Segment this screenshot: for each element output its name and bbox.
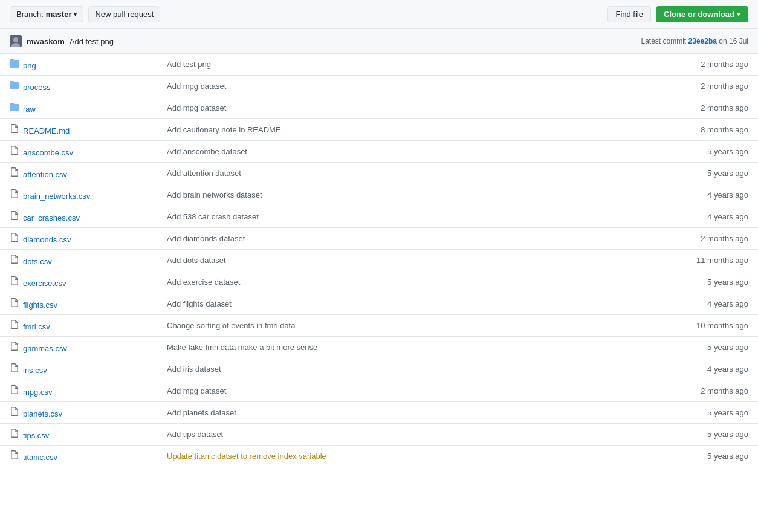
folder-icon: [10, 80, 19, 90]
file-icon: [10, 124, 19, 134]
file-link[interactable]: png: [23, 61, 36, 70]
file-name-cell: anscombe.csv: [0, 141, 157, 163]
file-link[interactable]: iris.csv: [23, 366, 47, 375]
file-name-cell: attention.csv: [0, 163, 157, 184]
avatar: [10, 35, 22, 47]
file-icon: [10, 385, 19, 395]
branch-label: Branch:: [16, 10, 44, 19]
file-name-cell: dots.csv: [0, 250, 157, 271]
file-link[interactable]: diamonds.csv: [23, 235, 71, 244]
file-name-cell: titanic.csv: [0, 446, 157, 467]
table-row: titanic.csvUpdate titanic datset to remo…: [0, 446, 758, 467]
timestamp-cell: 5 years ago: [673, 446, 758, 467]
clone-chevron-icon: ▾: [737, 10, 740, 18]
file-name-cell: diamonds.csv: [0, 228, 157, 250]
clone-download-button[interactable]: Clone or download ▾: [656, 6, 748, 22]
table-row: processAdd mpg dataset2 months ago: [0, 76, 758, 97]
file-icon: [10, 167, 19, 177]
timestamp-cell: 11 months ago: [673, 250, 758, 271]
file-icon: [10, 276, 19, 286]
table-row: pngAdd test png2 months ago: [0, 54, 758, 76]
file-link[interactable]: raw: [23, 105, 36, 114]
file-name-cell: README.md: [0, 119, 157, 141]
commit-sha[interactable]: 23ee2ba: [688, 37, 717, 45]
file-link[interactable]: exercise.csv: [23, 279, 66, 288]
commit-message-cell: Add dots dataset: [157, 250, 673, 271]
file-link[interactable]: dots.csv: [23, 257, 52, 266]
file-name-cell: fmri.csv: [0, 315, 157, 337]
table-row: planets.csvAdd planets dataset5 years ag…: [0, 402, 758, 424]
table-row: diamonds.csvAdd diamonds dataset2 months…: [0, 228, 758, 250]
toolbar: Branch: master ▾ New pull request Find f…: [0, 0, 758, 29]
timestamp-cell: 2 months ago: [673, 54, 758, 76]
file-link[interactable]: attention.csv: [23, 170, 67, 179]
file-link[interactable]: anscombe.csv: [23, 148, 73, 157]
file-link[interactable]: brain_networks.csv: [23, 192, 90, 201]
commit-message-cell: Add iris dataset: [157, 358, 673, 380]
branch-selector[interactable]: Branch: master ▾: [10, 6, 83, 22]
file-link[interactable]: flights.csv: [23, 300, 57, 310]
file-link[interactable]: titanic.csv: [23, 453, 57, 462]
table-row: attention.csvAdd attention dataset5 year…: [0, 163, 758, 184]
file-name-cell: raw: [0, 97, 157, 119]
commit-message-cell: Add brain networks dataset: [157, 184, 673, 206]
file-name-cell: exercise.csv: [0, 271, 157, 293]
table-row: flights.csvAdd flights dataset4 years ag…: [0, 293, 758, 315]
file-link[interactable]: README.md: [23, 126, 70, 135]
commit-message-cell: Add flights dataset: [157, 293, 673, 315]
new-pull-request-button[interactable]: New pull request: [88, 6, 160, 22]
timestamp-cell: 5 years ago: [673, 424, 758, 446]
file-name-cell: flights.csv: [0, 293, 157, 315]
commit-date: 16 Jul: [729, 37, 748, 45]
commit-message-cell: Add exercise dataset: [157, 271, 673, 293]
timestamp-cell: 4 years ago: [673, 206, 758, 228]
file-name-cell: car_crashes.csv: [0, 206, 157, 228]
timestamp-cell: 2 months ago: [673, 97, 758, 119]
timestamp-cell: 5 years ago: [673, 271, 758, 293]
commit-message-cell: Add tips dataset: [157, 424, 673, 446]
toolbar-right: Find file Clone or download ▾: [607, 6, 748, 22]
file-table: pngAdd test png2 months agoprocessAdd mp…: [0, 54, 758, 467]
file-name-cell: process: [0, 76, 157, 97]
file-link[interactable]: process: [23, 83, 51, 92]
file-link[interactable]: tips.csv: [23, 431, 49, 440]
timestamp-cell: 4 years ago: [673, 358, 758, 380]
file-name-cell: png: [0, 54, 157, 76]
commit-message-cell: Add cautionary note in README.: [157, 119, 673, 141]
branch-name: master: [46, 10, 72, 19]
file-icon: [10, 320, 19, 329]
file-icon: [10, 233, 19, 242]
table-row: iris.csvAdd iris dataset4 years ago: [0, 358, 758, 380]
table-row: dots.csvAdd dots dataset11 months ago: [0, 250, 758, 271]
file-link[interactable]: fmri.csv: [23, 322, 50, 331]
find-file-button[interactable]: Find file: [607, 6, 651, 22]
file-name-cell: iris.csv: [0, 358, 157, 380]
commit-message-cell: Add 538 car crash dataset: [157, 206, 673, 228]
commit-message-cell: Make fake fmri data make a bit more sens…: [157, 337, 673, 358]
commit-message-cell: Update titanic datset to remove index va…: [157, 446, 673, 467]
file-icon: [10, 450, 19, 460]
commit-message-cell: Add attention dataset: [157, 163, 673, 184]
timestamp-cell: 5 years ago: [673, 141, 758, 163]
commit-bar: mwaskom Add test png Latest commit 23ee2…: [0, 29, 758, 54]
file-name-cell: tips.csv: [0, 424, 157, 446]
commit-message: Add test png: [70, 37, 637, 46]
timestamp-cell: 2 months ago: [673, 76, 758, 97]
timestamp-cell: 8 months ago: [673, 119, 758, 141]
commit-author[interactable]: mwaskom: [27, 37, 65, 46]
file-icon: [10, 342, 19, 351]
file-link[interactable]: car_crashes.csv: [23, 213, 80, 222]
table-row: gammas.csvMake fake fmri data make a bit…: [0, 337, 758, 358]
table-row: fmri.csvChange sorting of events in fmri…: [0, 315, 758, 337]
file-icon: [10, 255, 19, 264]
commit-message-cell: Add mpg dataset: [157, 380, 673, 402]
commit-message-cell: Add mpg dataset: [157, 76, 673, 97]
file-link[interactable]: mpg.csv: [23, 388, 52, 397]
commit-date-prefix: on: [719, 37, 727, 45]
file-icon: [10, 298, 19, 308]
file-link[interactable]: gammas.csv: [23, 344, 67, 353]
commit-message-cell: Add diamonds dataset: [157, 228, 673, 250]
file-name-cell: planets.csv: [0, 402, 157, 424]
folder-icon: [10, 59, 19, 68]
file-link[interactable]: planets.csv: [23, 409, 62, 418]
